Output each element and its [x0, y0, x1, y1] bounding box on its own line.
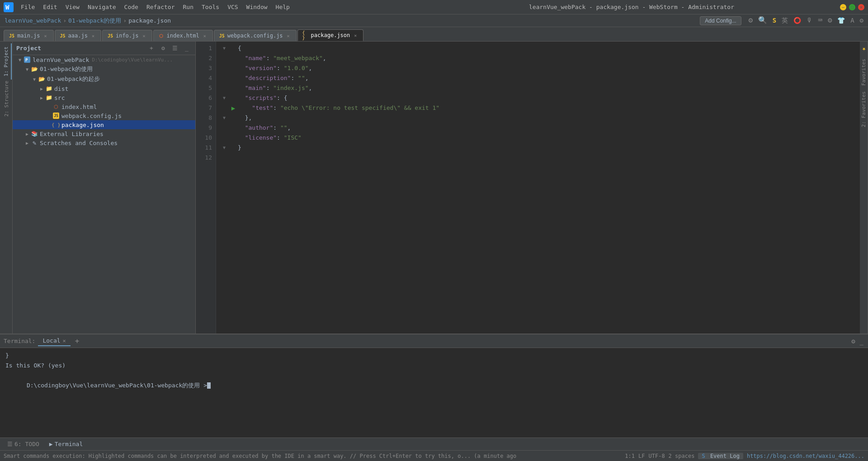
- tree-item-dist[interactable]: dist: [13, 84, 195, 93]
- fold-gutter-11[interactable]: [220, 143, 229, 153]
- favorites-label[interactable]: Favorites: [860, 56, 868, 89]
- close-button[interactable]: ✕: [858, 4, 864, 10]
- toolbar-icon-9[interactable]: A: [850, 17, 854, 24]
- toolbar-icon-8[interactable]: 👕: [837, 17, 845, 24]
- menu-window[interactable]: Window: [243, 2, 271, 12]
- breadcrumb-sep-1: ›: [63, 17, 66, 24]
- tree-item-src[interactable]: src: [13, 93, 195, 102]
- status-encoding[interactable]: UTF-8: [648, 453, 665, 459]
- breadcrumb-file[interactable]: package.json: [128, 17, 171, 24]
- vtab-project[interactable]: 1: Project: [1, 43, 12, 80]
- project-panel-tools: + ⚙ ☰ _: [146, 43, 192, 53]
- tab-close-info-js[interactable]: ✕: [141, 33, 147, 39]
- terminal-line-3: Is this OK? (yes): [5, 361, 863, 371]
- tree-item-index-html[interactable]: ⬡ index.html: [13, 102, 195, 111]
- toolbar-icon-3[interactable]: 英: [782, 17, 788, 24]
- toolbar-icon-7[interactable]: ⚙: [828, 16, 832, 24]
- minimize-button[interactable]: –: [840, 4, 846, 10]
- tree-item-webpack-start[interactable]: 01-webpack的起步: [13, 74, 195, 84]
- status-indent[interactable]: 2 spaces: [669, 453, 695, 459]
- terminal-tab-local[interactable]: Local ✕: [38, 336, 70, 346]
- terminal-settings-icon[interactable]: ⚙: [850, 337, 856, 346]
- terminal-label: Terminal:: [4, 338, 35, 344]
- terminal-add-button[interactable]: +: [73, 337, 81, 345]
- tree-arrow-src[interactable]: [38, 94, 45, 101]
- terminal-content[interactable]: } Is this OK? (yes) D:\codingboy\Vue\lea…: [0, 348, 868, 437]
- panel-tool-new[interactable]: +: [146, 43, 156, 53]
- status-line-ending[interactable]: LF: [638, 453, 645, 459]
- menu-vcs[interactable]: VCS: [224, 2, 241, 12]
- terminal-minimize-icon[interactable]: _: [859, 337, 864, 346]
- tree-item-ext-libs[interactable]: External Libraries: [13, 129, 195, 138]
- tree-item-scratches[interactable]: Scratches and Consoles: [13, 138, 195, 147]
- menu-refactor[interactable]: Refactor: [143, 2, 179, 12]
- panel-tool-collapse[interactable]: ☰: [170, 43, 180, 53]
- tree-icon-root: P: [24, 56, 31, 63]
- tab-aaa-js[interactable]: JS aaa.js ✕: [55, 30, 101, 41]
- code-editor[interactable]: { "name": "meet_webpack", "version": "1.…: [216, 42, 860, 334]
- favorites-star[interactable]: ★: [859, 43, 868, 56]
- tab-close-package-json[interactable]: ✕: [352, 32, 359, 38]
- status-url[interactable]: https://blog.csdn.net/waxiu_44226...: [747, 453, 864, 459]
- line-num-3: 3: [196, 63, 212, 73]
- tab-close-main-js[interactable]: ✕: [42, 33, 49, 39]
- toolbar-icon-S[interactable]: S: [773, 17, 776, 24]
- tree-icon-index-html: ⬡: [52, 103, 60, 110]
- menu-navigate[interactable]: Navigate: [84, 2, 120, 12]
- project-panel-title: Project: [16, 45, 41, 52]
- tab-close-webpack[interactable]: ✕: [285, 33, 292, 39]
- tree-arrow-scratches[interactable]: [24, 139, 31, 146]
- toolbar-icon-2[interactable]: 🔍: [758, 16, 767, 24]
- fold-gutter-8[interactable]: [220, 113, 229, 123]
- tab-close-index-html[interactable]: ✕: [202, 33, 208, 39]
- tree-arrow-dist[interactable]: [38, 85, 45, 92]
- menu-code[interactable]: Code: [121, 2, 142, 12]
- menu-file[interactable]: File: [17, 2, 38, 12]
- add-config-button[interactable]: Add Config...: [700, 16, 741, 25]
- event-log-button[interactable]: S Event Log: [698, 453, 743, 459]
- status-position[interactable]: 1:1: [625, 453, 635, 459]
- tab-webpack-config[interactable]: JS webpack.config.js ✕: [214, 30, 297, 41]
- tree-icon-webpack-start: [38, 75, 45, 83]
- tree-item-webpack-use[interactable]: 01-webpack的使用: [13, 64, 195, 74]
- tree-arrow-webpack-start[interactable]: [31, 75, 38, 83]
- panel-tool-minimize[interactable]: _: [182, 43, 192, 53]
- code-line-11: }: [220, 143, 860, 153]
- bottom-tab-terminal[interactable]: ▶ Terminal: [46, 440, 86, 448]
- breadcrumb-folder[interactable]: 01-webpack的使用: [68, 17, 121, 25]
- run-marker-7[interactable]: ▶: [229, 103, 238, 113]
- toolbar-icon-5[interactable]: 🎙: [807, 17, 813, 24]
- tree-arrow-ext-libs[interactable]: [24, 130, 31, 137]
- terminal-tab-local-close[interactable]: ✕: [63, 338, 66, 344]
- tab-index-html[interactable]: ⬡ index.html ✕: [153, 30, 213, 41]
- code-line-1: {: [220, 43, 860, 53]
- tab-close-aaa-js[interactable]: ✕: [90, 33, 96, 39]
- tree-arrow-webpack-use[interactable]: [24, 66, 31, 73]
- toolbar-icon-1[interactable]: ⚙: [748, 16, 753, 24]
- menu-run[interactable]: Run: [179, 2, 197, 12]
- menu-view[interactable]: View: [62, 2, 83, 12]
- menu-tools[interactable]: Tools: [198, 2, 223, 12]
- tree-label-src: src: [54, 94, 65, 101]
- tab-info-js[interactable]: JS info.js ✕: [102, 30, 152, 41]
- favorites-2[interactable]: 2: Favorites: [860, 89, 868, 130]
- maximize-button[interactable]: □: [849, 4, 855, 10]
- menu-edit[interactable]: Edit: [39, 2, 61, 12]
- toolbar-icon-6[interactable]: ⌨: [818, 16, 823, 24]
- tab-package-json[interactable]: { } package.json ✕: [297, 29, 364, 41]
- fold-gutter-1[interactable]: [220, 43, 229, 53]
- breadcrumb-project[interactable]: learnVue_webPack: [5, 17, 61, 24]
- tree-item-root[interactable]: P learnVue_webPack D:\codingboy\Vue\lear…: [13, 55, 195, 64]
- tree-item-package-json[interactable]: { } package.json: [13, 120, 195, 129]
- tree-label-ext-libs: External Libraries: [40, 131, 104, 137]
- fold-gutter-6[interactable]: [220, 93, 229, 103]
- bottom-tab-todo[interactable]: ☰ 6: TODO: [4, 440, 43, 448]
- toolbar-icon-4[interactable]: ⭕: [793, 17, 801, 24]
- tree-arrow-root[interactable]: [16, 56, 24, 63]
- toolbar-icon-10[interactable]: ⚙: [860, 17, 863, 24]
- menu-help[interactable]: Help: [272, 2, 293, 12]
- vtab-structure[interactable]: 2: Structure: [1, 80, 12, 117]
- panel-tool-settings[interactable]: ⚙: [158, 43, 168, 53]
- tab-main-js[interactable]: JS main.js ✕: [4, 30, 54, 41]
- tree-item-webpack-config[interactable]: JS webpack.config.js: [13, 111, 195, 120]
